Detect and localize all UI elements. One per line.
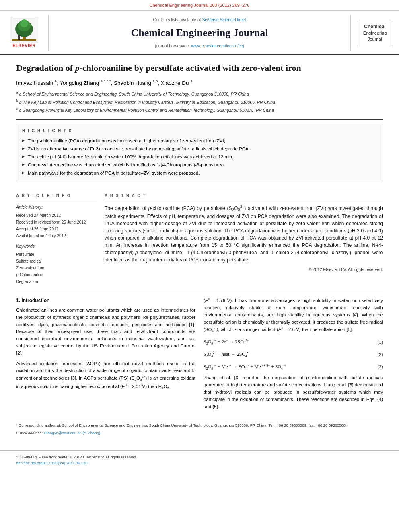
highlight-1: The p-chloroaniline (PCA) degradation wa… xyxy=(22,138,377,144)
journal-title: Chemical Engineering Journal xyxy=(57,25,342,41)
abstract-text: The degradation of p-chloroaniline (PCA)… xyxy=(105,204,383,263)
equation-3-text: S2O82− + Men+ → SO4•− + Me(n+1)+ + SO42− xyxy=(204,363,286,372)
badge-line2: Engineering xyxy=(363,30,387,36)
abstract-label: A B S T R A C T xyxy=(105,193,383,201)
sciverse-link[interactable]: SciVerse ScienceDirect xyxy=(202,17,246,22)
elsevier-tree-icon xyxy=(10,17,38,43)
body-col-left: 1. Introduction Chlorinated anilines are… xyxy=(16,297,195,413)
affiliation-b: b b The Key Lab of Pollution Control and… xyxy=(16,98,383,105)
equation-2: S2O82− + heat → 2SO4•− (2) xyxy=(204,350,383,360)
equation-2-number: (2) xyxy=(378,351,383,358)
keyword-5: Degradation xyxy=(16,278,97,285)
doi-link[interactable]: http://dx.doi.org/10.1016/j.cej.2012.06.… xyxy=(16,461,87,465)
copyright-text: © 2012 Elsevier B.V. All rights reserved… xyxy=(105,267,383,273)
keyword-4: p-Chloroaniline xyxy=(16,271,97,278)
abstract-column: A B S T R A C T The degradation of p-chl… xyxy=(105,193,383,285)
intro-para-1: Chlorinated anilines are common water po… xyxy=(16,307,195,357)
homepage-line: journal homepage: www.elsevier.com/locat… xyxy=(57,43,342,49)
journal-badge-area: Chemical Engineering Journal xyxy=(351,15,399,51)
corresponding-author-note: * Corresponding author at: School of Env… xyxy=(16,423,383,428)
equation-1: S2O82− + 2e− → 2SO42− (1) xyxy=(204,337,383,347)
highlight-4: One new intermediate was characterized w… xyxy=(22,162,377,168)
email-link[interactable]: zhangyq@scut.edu.cn (Y. Zhang). xyxy=(44,431,101,435)
affiliation-c: c c Guangdong Provincial Key Laboratory … xyxy=(16,106,383,113)
affiliation-a: a a School of Environmental Science and … xyxy=(16,90,383,97)
date-online: Available online 4 July 2012 xyxy=(16,232,97,239)
highlight-3: The acidic pH (4.0) is more favorable on… xyxy=(22,154,377,160)
date-accepted: Accepted 26 June 2012 xyxy=(16,226,97,232)
equation-1-number: (1) xyxy=(378,339,383,346)
svg-rect-5 xyxy=(12,39,36,41)
article-title: Degradation of p-chloroaniline by persul… xyxy=(16,62,383,74)
elsevier-logo-area: ELSEVIER xyxy=(0,15,48,51)
highlights-section: H I G H L I G H T S The p-chloroaniline … xyxy=(16,124,383,182)
journal-citation: Chemical Engineering Journal 203 (2012) … xyxy=(0,0,399,11)
article-info-abstract: A R T I C L E I N F O Article history: R… xyxy=(16,193,383,285)
body-content: 1. Introduction Chlorinated anilines are… xyxy=(16,297,383,413)
section-1-heading: 1. Introduction xyxy=(16,297,195,304)
elsevier-brand-text: ELSEVIER xyxy=(12,43,35,49)
doi-line: http://dx.doi.org/10.1016/j.cej.2012.06.… xyxy=(16,460,383,466)
date-received: Received 27 March 2012 xyxy=(16,212,97,219)
badge-line3: Journal xyxy=(363,36,387,42)
email-note: E-mail address: zhangyq@scut.edu.cn (Y. … xyxy=(16,430,383,436)
highlight-5: Main pathways for the degradation of PCA… xyxy=(22,170,377,176)
svg-point-6 xyxy=(18,35,20,37)
right-para-1: (E0 = 1.76 V). It has numerous advantage… xyxy=(204,297,383,334)
footnotes: * Corresponding author at: School of Env… xyxy=(16,419,383,436)
citation-text: Chemical Engineering Journal 203 (2012) … xyxy=(150,3,250,8)
affiliations: a a School of Environmental Science and … xyxy=(16,90,383,114)
article-history-title: Article history: xyxy=(16,204,97,210)
article-dates: Received 27 March 2012 Received in revis… xyxy=(16,212,97,239)
svg-point-4 xyxy=(20,19,28,27)
equation-2-text: S2O82− + heat → 2SO4•− xyxy=(204,351,250,359)
keywords-section: Keywords: Persulfate Sulfate radical Zer… xyxy=(16,243,97,285)
keyword-2: Sulfate radical xyxy=(16,258,97,265)
journal-header: ELSEVIER Contents lists available at Sci… xyxy=(0,11,399,55)
article-info-column: A R T I C L E I N F O Article history: R… xyxy=(16,193,97,285)
sciverse-line: Contents lists available at SciVerse Sci… xyxy=(57,17,342,23)
journal-name-area: Contents lists available at SciVerse Sci… xyxy=(48,15,351,51)
highlights-label: H I G H L I G H T S xyxy=(22,128,377,134)
bottom-bar: 1385-8947/$ – see front matter © 2012 El… xyxy=(0,450,399,466)
keyword-3: Zero-valent iron xyxy=(16,265,97,271)
right-para-2: Zhang et al. [6] reported the degradatio… xyxy=(204,374,383,410)
keywords-label: Keywords: xyxy=(16,243,97,249)
authors: Imtyaz Hussain a, Yongqing Zhang a,b,c,*… xyxy=(16,79,383,87)
keywords-list: Persulfate Sulfate radical Zero-valent i… xyxy=(16,251,97,285)
keyword-1: Persulfate xyxy=(16,251,97,258)
homepage-link[interactable]: www.elsevier.com/locate/cej xyxy=(191,43,244,48)
intro-para-2: Advanced oxidation processes (AOPs) are … xyxy=(16,360,195,391)
date-revised: Received in revised form 25 June 2012 xyxy=(16,219,97,226)
equation-3: S2O82− + Men+ → SO4•− + Me(n+1)+ + SO42−… xyxy=(204,362,383,372)
issn-line: 1385-8947/$ – see front matter © 2012 El… xyxy=(16,454,383,460)
body-col-right: (E0 = 1.76 V). It has numerous advantage… xyxy=(204,297,383,413)
equation-3-number: (3) xyxy=(378,364,383,370)
equation-1-text: S2O82− + 2e− → 2SO42− xyxy=(204,338,249,347)
journal-badge: Chemical Engineering Journal xyxy=(359,20,391,46)
highlight-2: ZVI is an alternative source of Fe2+ to … xyxy=(22,146,377,152)
svg-rect-7 xyxy=(18,37,20,40)
article-info-label: A R T I C L E I N F O xyxy=(16,193,97,201)
badge-line1: Chemical xyxy=(363,23,387,30)
